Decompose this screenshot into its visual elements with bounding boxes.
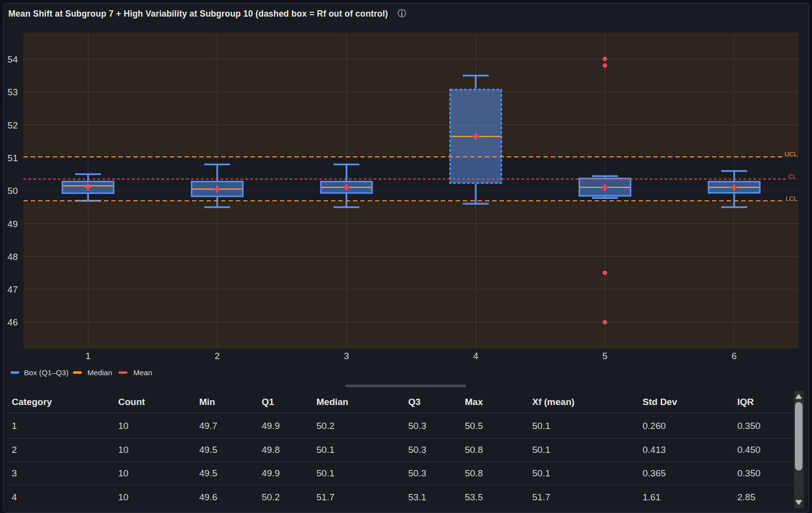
svg-text:UCL: UCL [785, 150, 797, 158]
svg-text:4: 4 [473, 351, 479, 361]
svg-text:53: 53 [7, 87, 18, 97]
svg-text:48: 48 [7, 252, 18, 262]
svg-text:2: 2 [215, 351, 220, 361]
svg-text:Box (Q1–Q3): Box (Q1–Q3) [24, 368, 68, 377]
svg-text:CL: CL [788, 173, 796, 180]
svg-text:3: 3 [344, 351, 349, 361]
svg-text:LCL: LCL [786, 195, 797, 202]
svg-text:50: 50 [7, 186, 18, 196]
svg-text:49: 49 [7, 219, 18, 229]
svg-text:5: 5 [603, 351, 608, 361]
svg-text:6: 6 [731, 351, 737, 361]
svg-text:1: 1 [85, 351, 91, 361]
svg-text:Median: Median [87, 368, 112, 377]
svg-text:51: 51 [7, 153, 18, 163]
svg-text:54: 54 [7, 54, 18, 64]
svg-text:52: 52 [7, 120, 18, 130]
svg-text:Mean: Mean [133, 368, 152, 377]
svg-text:46: 46 [7, 317, 18, 327]
svg-text:47: 47 [7, 284, 18, 295]
